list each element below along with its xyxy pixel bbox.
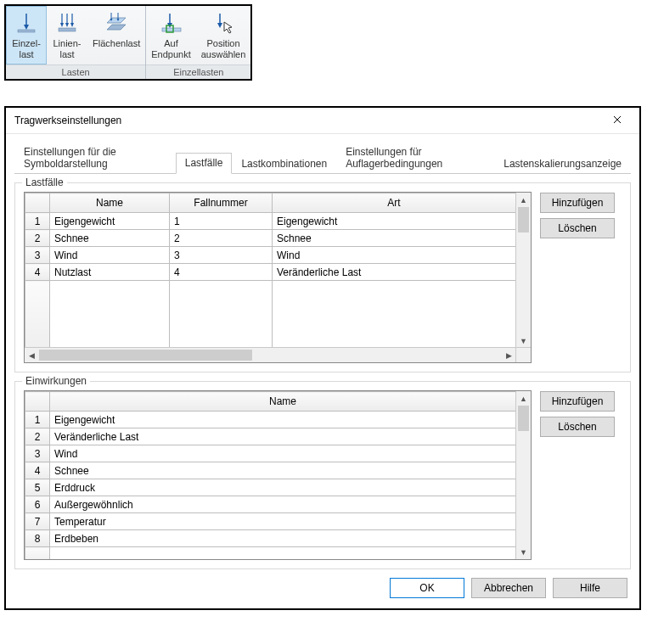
scroll-thumb[interactable] — [518, 207, 529, 232]
table-row[interactable]: 1Eigengewicht — [25, 412, 516, 428]
cell-rownum: 4 — [25, 264, 50, 281]
btn-label: Positionauswählen — [200, 36, 248, 64]
group-legend: Lastfälle — [22, 176, 67, 188]
scroll-up-icon[interactable]: ▲ — [516, 391, 531, 406]
table-row[interactable]: 2Veränderliche Last — [25, 428, 516, 445]
scroll-thumb[interactable] — [518, 406, 529, 431]
table-einwirkungen[interactable]: Name 1Eigengewicht2Veränderliche Last3Wi… — [24, 390, 532, 560]
cell-rownum: 3 — [25, 445, 50, 462]
ribbon-group-lasten: Einzel-last Linien-last Flächenlast Last… — [6, 6, 146, 79]
delete-lastfall-button[interactable]: Löschen — [540, 218, 615, 238]
cell-art[interactable]: Veränderliche Last — [273, 264, 516, 281]
svg-marker-8 — [70, 23, 74, 27]
group-legend: Einwirkungen — [22, 375, 90, 387]
add-einwirkung-button[interactable]: Hinzufügen — [540, 391, 615, 412]
cell-fallnummer[interactable]: 4 — [170, 264, 273, 281]
btn-position-auswaehlen[interactable]: Positionauswählen — [196, 6, 251, 64]
close-button[interactable] — [600, 110, 634, 131]
svg-marker-4 — [60, 23, 64, 27]
ok-button[interactable]: OK — [390, 578, 464, 598]
col-art[interactable]: Art — [273, 193, 516, 213]
svg-rect-18 — [162, 28, 181, 31]
help-button[interactable]: Hilfe — [553, 578, 627, 598]
table-row-empty — [25, 547, 516, 560]
table-row[interactable]: 4Nutzlast4Veränderliche Last — [25, 264, 516, 281]
scroll-right-icon[interactable]: ▶ — [502, 348, 516, 362]
table-row[interactable]: 4Schnee — [25, 462, 516, 479]
dialog-button-bar: OK Abbrechen Hilfe — [14, 569, 631, 602]
col-rownum[interactable] — [25, 392, 50, 412]
table-row[interactable]: 2Schnee2Schnee — [25, 230, 516, 247]
svg-marker-6 — [65, 23, 69, 27]
table-row[interactable]: 3Wind3Wind — [25, 247, 516, 264]
cell-fallnummer[interactable]: 1 — [170, 213, 273, 230]
table-row[interactable]: 1Eigengewicht1Eigengewicht — [25, 213, 516, 230]
vertical-scrollbar[interactable]: ▲ ▼ — [515, 193, 531, 348]
delete-einwirkung-button[interactable]: Löschen — [540, 417, 615, 437]
cell-name[interactable]: Außergewöhnlich — [50, 496, 516, 513]
cell-fallnummer[interactable]: 3 — [170, 247, 273, 264]
tab-skalierung[interactable]: Lastenskalierungsanzeige — [494, 154, 631, 174]
btn-auf-endpunkt[interactable]: AufEndpunkt — [146, 6, 195, 64]
snap-endpoint-icon — [158, 9, 185, 36]
btn-label: Einzel-last — [10, 36, 42, 64]
cell-name[interactable]: Veränderliche Last — [50, 428, 516, 445]
cell-art[interactable]: Wind — [273, 247, 516, 264]
cell-art[interactable]: Schnee — [273, 230, 516, 247]
cell-rownum: 2 — [25, 428, 50, 445]
btn-einzellast[interactable]: Einzel-last — [6, 6, 47, 64]
table-row[interactable]: 8Erdbeben — [25, 530, 516, 547]
group-einwirkungen: Einwirkungen Name 1Eigengewicht2Veränder… — [14, 381, 631, 569]
table-row[interactable]: 6Außergewöhnlich — [25, 496, 516, 513]
table-row[interactable]: 7Temperatur — [25, 513, 516, 530]
cell-name[interactable]: Wind — [50, 247, 170, 264]
cell-name[interactable]: Nutzlast — [50, 264, 170, 281]
tab-lastkombinationen[interactable]: Lastkombinationen — [232, 154, 336, 174]
cell-art[interactable]: Eigengewicht — [273, 213, 516, 230]
col-name[interactable]: Name — [50, 193, 170, 213]
cell-rownum: 6 — [25, 496, 50, 513]
cell-name[interactable]: Schnee — [50, 230, 170, 247]
cell-fallnummer[interactable]: 2 — [170, 230, 273, 247]
scroll-up-icon[interactable]: ▲ — [516, 193, 531, 207]
cell-rownum: 4 — [25, 462, 50, 479]
cell-name[interactable]: Eigengewicht — [50, 412, 516, 428]
cell-name[interactable]: Wind — [50, 445, 516, 462]
table-lastfaelle[interactable]: Name Fallnummer Art 1Eigengewicht1Eigeng… — [24, 192, 532, 363]
scroll-thumb[interactable] — [39, 350, 252, 361]
horizontal-scrollbar[interactable]: ◀ ▶ — [25, 347, 516, 362]
tab-lastfaelle[interactable]: Lastfälle — [176, 153, 233, 174]
tab-symboldarstellung[interactable]: Einstellungen für die Symboldarstellung — [14, 142, 176, 174]
ribbon-group-einzellasten: AufEndpunkt Positionauswählen Einzellast… — [146, 6, 250, 79]
table-row[interactable]: 5Erddruck — [25, 479, 516, 496]
scroll-down-icon[interactable]: ▼ — [516, 333, 531, 348]
col-name[interactable]: Name — [50, 392, 516, 412]
svg-marker-10 — [107, 18, 126, 23]
cell-name[interactable]: Erdbeben — [50, 530, 516, 547]
svg-rect-9 — [59, 28, 76, 31]
cancel-button[interactable]: Abbrechen — [471, 578, 546, 598]
tab-auflager[interactable]: Einstellungen für Auflagerbedingungen — [336, 142, 494, 174]
cell-rownum: 8 — [25, 530, 50, 547]
cell-name[interactable]: Eigengewicht — [50, 213, 170, 230]
group-lastfaelle: Lastfälle Name Fallnummer Art 1Eigengewi… — [14, 182, 631, 372]
cell-name[interactable]: Erddruck — [50, 479, 516, 496]
dialog-tragwerkseinstellungen: Tragwerkseinstellungen Einstellungen für… — [4, 106, 641, 610]
cell-rownum: 3 — [25, 247, 50, 264]
table-row-empty — [25, 281, 516, 349]
col-rownum[interactable] — [25, 193, 50, 213]
vertical-scrollbar[interactable]: ▲ ▼ — [515, 391, 531, 559]
scroll-down-icon[interactable]: ▼ — [516, 545, 531, 559]
scroll-left-icon[interactable]: ◀ — [25, 348, 39, 362]
add-lastfall-button[interactable]: Hinzufügen — [540, 193, 615, 213]
cell-name[interactable]: Schnee — [50, 462, 516, 479]
btn-flaechenlast[interactable]: Flächenlast — [87, 6, 145, 64]
table-row[interactable]: 3Wind — [25, 445, 516, 462]
ribbon: Einzel-last Linien-last Flächenlast Last… — [4, 4, 252, 81]
col-fallnummer[interactable]: Fallnummer — [170, 193, 273, 213]
btn-linienlast[interactable]: Linien-last — [47, 6, 87, 64]
point-load-icon — [13, 9, 40, 36]
line-load-icon — [53, 9, 81, 36]
cell-name[interactable]: Temperatur — [50, 513, 516, 530]
cell-rownum: 5 — [25, 479, 50, 496]
